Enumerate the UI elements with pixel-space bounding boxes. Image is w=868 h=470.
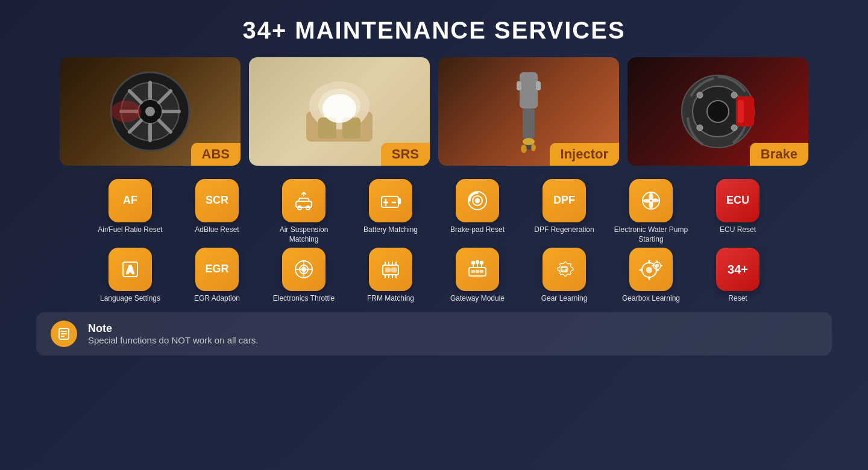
icon-air-suspension: Air Suspension Matching xyxy=(265,179,343,244)
af-symbol: AF xyxy=(123,195,137,207)
svg-point-29 xyxy=(707,101,729,122)
svg-rect-66 xyxy=(392,268,396,272)
icon-frm: FRM Matching xyxy=(351,248,430,304)
svg-point-12 xyxy=(111,101,141,122)
dpf-symbol: DPF xyxy=(553,195,575,207)
svg-rect-24 xyxy=(536,81,541,90)
reset34-label: Reset xyxy=(728,294,747,304)
svg-rect-23 xyxy=(517,81,521,90)
brakepad-icon-box xyxy=(456,179,499,222)
af-icon-box: AF xyxy=(108,179,152,222)
icon-gear: Gear Learning xyxy=(525,248,603,304)
icon-throttle: Electronics Throttle xyxy=(265,248,343,304)
svg-point-82 xyxy=(647,268,652,272)
gearbox-label: Gearbox Learning xyxy=(622,294,680,304)
note-icon-circle xyxy=(51,321,77,347)
water-pump-icon xyxy=(638,188,664,213)
egr-symbol: EGR xyxy=(205,263,228,275)
gear-label: Gear Learning xyxy=(541,294,588,304)
icon-gateway: Gateway Module xyxy=(438,248,517,304)
icon-water-pump: Electronic Water Pump Starting xyxy=(612,179,690,244)
battery-icon xyxy=(378,188,403,213)
svg-point-33 xyxy=(731,92,737,98)
svg-point-34 xyxy=(697,125,703,131)
icons-section: AF Air/Fuel Ratio Reset SCR AdBlue Reset xyxy=(36,179,832,304)
svg-point-35 xyxy=(731,125,737,131)
svg-point-18 xyxy=(322,94,356,123)
top-images-row: ABS SRS xyxy=(36,57,832,166)
svg-rect-20 xyxy=(523,108,535,139)
air-suspension-icon xyxy=(291,188,316,213)
frm-icon xyxy=(378,257,403,282)
scr-symbol: SCR xyxy=(206,195,228,207)
note-icon xyxy=(57,327,71,341)
icon-dpf: DPF DPF Regeneration xyxy=(525,179,603,244)
svg-point-88 xyxy=(656,265,658,267)
throttle-icon xyxy=(291,257,316,282)
gateway-icon-box xyxy=(456,248,499,291)
srs-card: SRS xyxy=(249,57,430,166)
gateway-label: Gateway Module xyxy=(450,294,505,304)
scr-icon-box: SCR xyxy=(195,179,239,222)
language-icon: A xyxy=(118,257,143,282)
brake-card: Brake xyxy=(627,57,808,166)
svg-rect-31 xyxy=(738,100,744,123)
brakepad-label: Brake-pad Reset xyxy=(450,225,505,235)
abs-label: ABS xyxy=(191,143,241,166)
ecu-icon-box: ECU xyxy=(716,179,760,222)
ecu-label: ECU Reset xyxy=(720,225,756,235)
reset34-icon-box: 34+ xyxy=(716,248,760,291)
icon-reset34: 34+ Reset xyxy=(699,248,777,304)
water-pump-label: Electronic Water Pump Starting xyxy=(612,225,690,244)
frm-icon-box xyxy=(369,248,412,291)
svg-rect-40 xyxy=(398,199,400,204)
icon-gearbox: Gearbox Learning xyxy=(612,248,690,304)
gear-learning-icon xyxy=(552,257,577,282)
svg-point-25 xyxy=(521,145,527,153)
svg-point-48 xyxy=(649,199,653,202)
air-suspension-icon-box xyxy=(282,179,326,222)
gearbox-icon xyxy=(638,257,664,282)
svg-rect-76 xyxy=(480,271,483,272)
af-label: Air/Fuel Ratio Reset xyxy=(98,225,162,235)
icon-language: A Language Settings xyxy=(91,248,169,304)
srs-label: SRS xyxy=(381,143,430,166)
note-title: Note xyxy=(88,322,258,335)
language-icon-box: A xyxy=(108,248,152,291)
air-suspension-label: Air Suspension Matching xyxy=(265,225,343,244)
dpf-icon-box: DPF xyxy=(542,179,586,222)
note-body: Special functions do NOT work on all car… xyxy=(88,335,258,345)
water-pump-icon-box xyxy=(629,179,673,222)
note-text-block: Note Special functions do NOT work on al… xyxy=(88,322,258,345)
icon-af: AF Air/Fuel Ratio Reset xyxy=(91,179,169,244)
brake-label: Brake xyxy=(750,143,808,166)
frm-label: FRM Matching xyxy=(367,294,414,304)
gearbox-icon-box xyxy=(629,248,673,291)
throttle-icon-box xyxy=(282,248,326,291)
svg-point-32 xyxy=(697,92,703,98)
svg-point-55 xyxy=(302,268,306,271)
svg-rect-74 xyxy=(472,271,474,272)
svg-point-3 xyxy=(145,107,155,116)
icons-row-1: AF Air/Fuel Ratio Reset SCR AdBlue Reset xyxy=(36,179,832,244)
svg-point-73 xyxy=(480,262,483,264)
svg-rect-65 xyxy=(386,268,390,272)
ecu-symbol: ECU xyxy=(726,195,749,207)
injector-card: Injector xyxy=(438,57,619,166)
icon-scr: SCR AdBlue Reset xyxy=(178,179,256,244)
icons-row-2: A Language Settings EGR EGR Adaption xyxy=(36,248,832,304)
scr-label: AdBlue Reset xyxy=(195,225,239,235)
battery-label: Battery Matching xyxy=(363,225,418,235)
throttle-label: Electronics Throttle xyxy=(273,294,335,304)
injector-label: Injector xyxy=(550,143,619,166)
svg-point-46 xyxy=(476,199,479,202)
icon-brakepad: Brake-pad Reset xyxy=(438,179,517,244)
icon-egr: EGR EGR Adaption xyxy=(178,248,256,304)
language-label: Language Settings xyxy=(100,294,160,304)
svg-rect-75 xyxy=(476,271,479,272)
egr-label: EGR Adaption xyxy=(194,294,240,304)
abs-card: ABS xyxy=(60,57,241,166)
egr-icon-box: EGR xyxy=(195,248,239,291)
gateway-icon xyxy=(465,257,490,282)
note-bar: Note Special functions do NOT work on al… xyxy=(36,312,832,356)
